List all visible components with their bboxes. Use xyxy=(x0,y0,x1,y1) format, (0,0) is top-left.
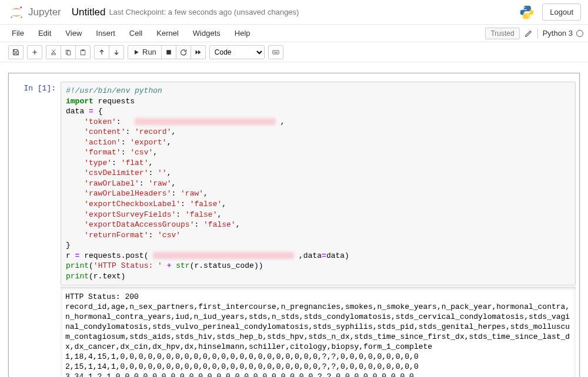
notebook-title[interactable]: Untitled xyxy=(72,6,106,18)
copy-button[interactable] xyxy=(61,45,76,59)
menu-kernel[interactable]: Kernel xyxy=(149,25,186,41)
cut-button[interactable] xyxy=(46,45,61,59)
pencil-icon[interactable] xyxy=(524,29,533,38)
logout-button[interactable]: Logout xyxy=(542,4,581,21)
run-label: Run xyxy=(142,48,156,56)
restart-button[interactable] xyxy=(176,45,191,59)
menu-file[interactable]: File xyxy=(5,25,31,41)
command-palette-button[interactable] xyxy=(268,45,283,59)
insert-cell-below-button[interactable] xyxy=(27,45,42,59)
svg-point-6 xyxy=(54,53,56,55)
python-icon xyxy=(519,4,535,21)
redacted-token xyxy=(135,118,276,125)
fast-forward-icon xyxy=(195,49,202,56)
trusted-indicator[interactable]: Trusted xyxy=(485,28,519,39)
svg-point-5 xyxy=(51,53,53,55)
paste-button[interactable] xyxy=(75,45,91,59)
svg-point-2 xyxy=(21,16,22,18)
code-editor[interactable]: #!/usr/bin/env python import requests da… xyxy=(61,82,576,285)
svg-rect-8 xyxy=(68,51,71,55)
menubar: File Edit View Insert Cell Kernel Widget… xyxy=(0,25,588,42)
save-icon xyxy=(12,49,19,56)
header: Jupyter Untitled Last Checkpoint: a few … xyxy=(0,0,588,25)
copy-icon xyxy=(65,49,72,56)
svg-point-0 xyxy=(20,6,22,8)
interrupt-button[interactable] xyxy=(161,45,176,59)
redacted-url xyxy=(153,252,294,259)
kernel-name[interactable]: Python 3 xyxy=(543,29,573,38)
notebook: In [1]: #!/usr/bin/env python import req… xyxy=(8,73,580,377)
code-cell[interactable]: In [1]: #!/usr/bin/env python import req… xyxy=(9,79,579,287)
input-prompt: In [1]: xyxy=(12,82,61,285)
menu-edit[interactable]: Edit xyxy=(31,25,58,41)
svg-rect-10 xyxy=(82,49,84,51)
svg-rect-12 xyxy=(273,51,279,54)
stop-icon xyxy=(165,49,172,56)
move-cell-up-button[interactable] xyxy=(94,45,109,59)
output-prompt xyxy=(12,287,61,377)
cell-type-select[interactable]: Code xyxy=(209,45,265,59)
svg-point-4 xyxy=(529,16,530,18)
plus-icon xyxy=(31,49,38,56)
menu-widgets[interactable]: Widgets xyxy=(186,25,228,41)
svg-rect-11 xyxy=(166,50,171,55)
output-cell: HTTP Status: 200 record_id,age,n_sex_par… xyxy=(9,287,579,377)
run-button[interactable]: Run xyxy=(128,45,162,59)
brand-text: Jupyter xyxy=(28,6,61,18)
move-cell-down-button[interactable] xyxy=(109,45,124,59)
menu-insert[interactable]: Insert xyxy=(89,25,122,41)
menu-cell[interactable]: Cell xyxy=(122,25,149,41)
restart-run-all-button[interactable] xyxy=(191,45,206,59)
kernel-status-icon xyxy=(576,30,583,37)
jupyter-icon xyxy=(8,4,25,21)
svg-point-3 xyxy=(524,6,526,8)
arrow-up-icon xyxy=(98,49,105,56)
scissors-icon xyxy=(50,49,57,56)
keyboard-icon xyxy=(272,49,279,56)
notebook-container: In [1]: #!/usr/bin/env python import req… xyxy=(0,62,588,377)
svg-point-1 xyxy=(11,16,12,18)
menu-view[interactable]: View xyxy=(58,25,89,41)
paste-icon xyxy=(79,49,86,56)
arrow-down-icon xyxy=(113,49,120,56)
checkpoint-text: Last Checkpoint: a few seconds ago (unsa… xyxy=(109,8,299,16)
toolbar: Run Code xyxy=(0,42,588,62)
restart-icon xyxy=(180,49,187,56)
save-button[interactable] xyxy=(8,45,24,59)
play-icon xyxy=(133,49,140,56)
output-text: HTTP Status: 200 record_id,age,n_sex_par… xyxy=(61,287,576,377)
menu-help[interactable]: Help xyxy=(228,25,258,41)
jupyter-logo[interactable]: Jupyter xyxy=(4,4,66,21)
